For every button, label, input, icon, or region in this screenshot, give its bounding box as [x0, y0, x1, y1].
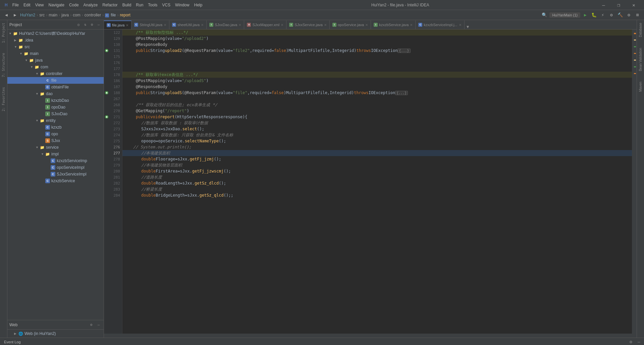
tree-sjxx[interactable]: S SJxx	[7, 137, 104, 144]
menu-run[interactable]: Run	[134, 2, 145, 8]
breadcrumb-report[interactable]: report	[120, 13, 130, 17]
tab-sheetutil[interactable]: C sheetUtil.java ✕	[169, 20, 207, 29]
tab-sjxxservice-close[interactable]: ✕	[324, 23, 327, 27]
tab-sjxxmapper[interactable]: X SJxxMapper.xml ✕	[244, 20, 286, 29]
tab-stringutil[interactable]: C StringUtil.java ✕	[131, 20, 169, 29]
folded-block-131[interactable]: {...}	[397, 49, 410, 53]
folded-block-188[interactable]: {...}	[395, 91, 408, 95]
bean-validation-panel-button[interactable]: Bean Validation	[638, 47, 643, 72]
tree-opo[interactable]: C opo	[7, 131, 104, 137]
tree-src[interactable]: ▼ 📁 src	[7, 44, 104, 50]
run-config-label[interactable]: HuiYanMain (1)	[549, 12, 580, 18]
project-expand-button[interactable]: ⇅	[82, 22, 88, 28]
tree-oposerviceimpl[interactable]: C opoServiceImpl	[7, 164, 104, 171]
breadcrumb-file[interactable]: file	[111, 13, 116, 17]
tree-obtainfile[interactable]: C obtainFile	[7, 84, 104, 90]
menu-navigate[interactable]: Navigate	[47, 2, 66, 8]
tree-com[interactable]: ▼ 📁 com	[7, 64, 104, 70]
tab-kzxzbserviceimpl-close[interactable]: ✕	[459, 23, 462, 27]
tab-sjxxmapper-close[interactable]: ✕	[281, 23, 283, 27]
bottom-close-button[interactable]: —	[635, 338, 643, 345]
tab-sheetutil-close[interactable]: ✕	[201, 23, 204, 27]
tree-kzxzbdao[interactable]: I kzxzbDao	[7, 97, 104, 104]
tab-file-java[interactable]: C file.java ✕	[104, 20, 131, 29]
breakpoint-271[interactable]: ●	[105, 115, 108, 119]
tab-kzxzbservice-close[interactable]: ✕	[410, 23, 413, 27]
tree-kzxzb[interactable]: C kzxzb	[7, 124, 104, 131]
profile-button[interactable]: ⚙	[608, 11, 615, 19]
tab-stringutil-close[interactable]: ✕	[164, 23, 166, 27]
settings-button[interactable]: ⚙	[625, 11, 633, 19]
menu-view[interactable]: View	[33, 2, 46, 8]
debug-button[interactable]: 🐛	[590, 11, 598, 19]
tab-sjxxdao[interactable]: I SJxxDao.java ✕	[207, 20, 244, 29]
project-locate-button[interactable]: ◎	[75, 22, 82, 28]
menu-tools[interactable]: Tools	[146, 2, 159, 8]
run-button[interactable]: ▶	[582, 11, 589, 19]
breakpoint-131[interactable]: ●	[105, 49, 108, 52]
database-panel-button[interactable]: Database	[638, 21, 643, 39]
horizontal-scrollbar[interactable]	[104, 334, 637, 338]
favorites-tool-button[interactable]: 2: Favorites	[1, 86, 6, 113]
maximize-button[interactable]: ❐	[611, 0, 626, 10]
tab-sjxxservice[interactable]: I SJxxService.java ✕	[286, 20, 330, 29]
tree-controller[interactable]: ▼ 📁 controller	[7, 70, 104, 77]
menu-edit[interactable]: Edit	[21, 2, 33, 8]
breadcrumb-src[interactable]: src	[39, 13, 45, 17]
breadcrumb-com[interactable]: com	[73, 13, 80, 17]
layout-button[interactable]: ⊞	[634, 11, 641, 19]
tab-oposervice-close[interactable]: ✕	[365, 23, 368, 27]
tab-sjxxdao-close[interactable]: ✕	[238, 23, 241, 27]
tree-kzxzbserviceimpl[interactable]: C kzxzbServiceImp	[7, 157, 104, 164]
web-close-button[interactable]: —	[96, 322, 102, 328]
tree-impl[interactable]: ▼ 📁 impl	[7, 151, 104, 157]
project-settings-button[interactable]: ⚙	[89, 22, 95, 28]
tree-kzxzbservice[interactable]: C kzxzbService	[7, 178, 104, 184]
menu-analyze[interactable]: Analyze	[82, 2, 100, 8]
minimize-button[interactable]: —	[596, 0, 611, 10]
back-button[interactable]: ◀	[3, 11, 10, 19]
maven-panel-button[interactable]: Maven	[638, 80, 643, 93]
search-everywhere-button[interactable]: 🔍	[541, 11, 548, 19]
code-content[interactable]: /** 获取控制型指标 ...*/ @PostMapping ( value =…	[122, 29, 632, 334]
tree-sjxxdao[interactable]: I SJxxDao	[7, 111, 104, 117]
tree-root[interactable]: ▼ 📁 HuiYan2 C:\Users\辉\Desktop\HuiYar	[7, 30, 104, 37]
structure-tool-button[interactable]: 7: Structure	[1, 52, 6, 78]
menu-help[interactable]: Help	[192, 2, 205, 8]
project-close-button[interactable]: —	[96, 22, 102, 28]
tab-kzxzbserviceimpl[interactable]: C kzxzbServiceImpl.j... ✕	[416, 20, 464, 29]
menu-refactor[interactable]: Refactor	[100, 2, 119, 8]
web-in-huiyan2[interactable]: ▶ 🌐 Web (in HuiYan2)	[7, 330, 104, 337]
menu-build[interactable]: Build	[120, 2, 133, 8]
tree-file[interactable]: C file	[7, 77, 104, 84]
breadcrumb-main[interactable]: main	[49, 13, 57, 17]
tab-event-log[interactable]: Event Log	[1, 339, 23, 345]
tab-oposervice[interactable]: I opoService.java ✕	[330, 20, 371, 29]
breadcrumb-java[interactable]: java	[61, 13, 69, 17]
tree-sjxxserviceimpl[interactable]: C SJxxServiceImpl	[7, 171, 104, 178]
tree-entity[interactable]: ▼ 📁 entity	[7, 117, 104, 124]
tab-file-close[interactable]: ✕	[126, 23, 128, 27]
web-settings-button[interactable]: ⚙	[88, 322, 94, 328]
build-button[interactable]: 🔨	[616, 11, 624, 19]
tree-idea[interactable]: ▶ 📁 .idea	[7, 37, 104, 44]
menu-file[interactable]: File	[10, 2, 21, 8]
tabs-overflow-button[interactable]: ▼	[465, 24, 471, 29]
tree-java[interactable]: ▼ 📁 java	[7, 57, 104, 64]
menu-code[interactable]: Code	[67, 2, 81, 8]
close-button[interactable]: ✕	[626, 0, 641, 10]
breadcrumb-huiyan2[interactable]: HuiYan2	[20, 13, 35, 17]
tree-opodao[interactable]: I opoDao	[7, 104, 104, 111]
tree-main[interactable]: ▼ 📁 main	[7, 50, 104, 57]
coverage-button[interactable]: ⚡	[599, 11, 606, 19]
menu-window[interactable]: Window	[173, 2, 192, 8]
tree-dao[interactable]: ▼ 📁 dao	[7, 90, 104, 97]
bottom-settings-button[interactable]: ⚙	[627, 338, 635, 345]
breakpoint-188[interactable]: ●	[105, 91, 108, 94]
forward-button[interactable]: ▶	[11, 11, 19, 19]
menu-vcs[interactable]: VCS	[160, 2, 172, 8]
tree-service[interactable]: ▼ 📁 service	[7, 144, 104, 151]
project-tool-button[interactable]: 1: Project	[1, 21, 6, 44]
breadcrumb-controller[interactable]: controller	[85, 13, 101, 17]
tab-kzxzbservice[interactable]: I kzxzbService.java ✕	[371, 20, 416, 29]
